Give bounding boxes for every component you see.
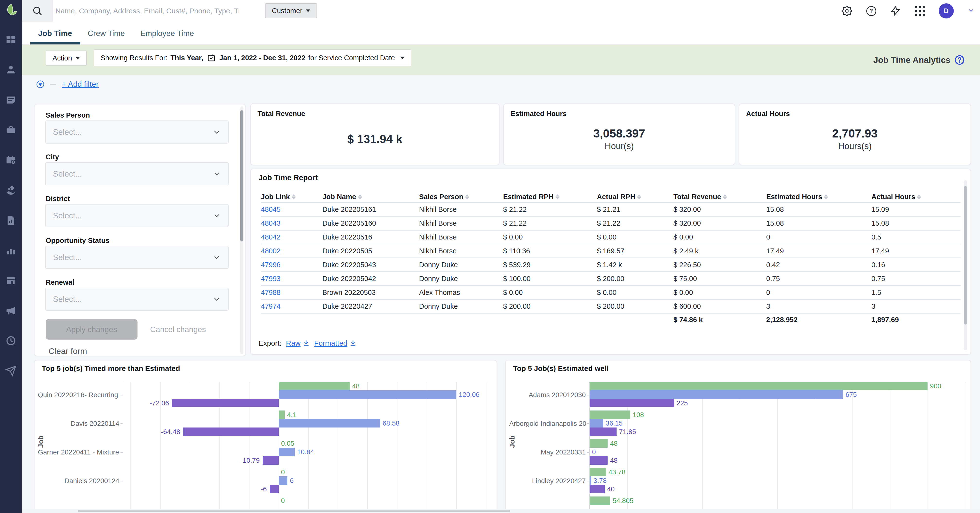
renewal-select[interactable]: Select... bbox=[45, 287, 229, 311]
sort-icon[interactable] bbox=[824, 194, 828, 199]
opportunity-status-select[interactable]: Select... bbox=[45, 246, 229, 269]
sales-person-select[interactable]: Select... bbox=[45, 121, 229, 143]
sort-icon[interactable] bbox=[637, 194, 641, 199]
date-range-selector[interactable]: Showing Results For: This Year, Jan 1, 2… bbox=[94, 49, 411, 66]
job-link[interactable]: 47993 bbox=[261, 275, 322, 283]
sort-icon[interactable] bbox=[723, 194, 727, 199]
analytics-icon[interactable] bbox=[5, 245, 16, 257]
action-menu-button[interactable]: Action bbox=[46, 51, 87, 65]
chart-estimated-well: Top 5 Job(s) Estimated well Job 90067522… bbox=[505, 360, 971, 513]
bar-value-label: 0.05 bbox=[281, 440, 294, 448]
jobs-icon[interactable] bbox=[5, 124, 16, 137]
sort-icon[interactable] bbox=[292, 194, 296, 199]
city-select[interactable]: Select... bbox=[45, 162, 229, 185]
gridline bbox=[777, 382, 778, 513]
add-filter-link[interactable]: + Add filter bbox=[62, 80, 99, 89]
kpi-value: 2,707.93 bbox=[832, 127, 878, 140]
search-input[interactable] bbox=[55, 0, 240, 22]
gridline bbox=[426, 382, 427, 513]
gridline bbox=[486, 382, 486, 513]
help-icon[interactable]: ? bbox=[866, 6, 877, 16]
search-scope-button[interactable]: Customer bbox=[265, 3, 317, 18]
apply-changes-button[interactable]: Apply changes bbox=[46, 319, 137, 340]
column-header[interactable]: Job Link bbox=[261, 193, 322, 201]
column-header[interactable]: Actual RPH bbox=[597, 193, 673, 201]
tab-crew-time[interactable]: Crew Time bbox=[80, 22, 133, 44]
results-range: Jan 1, 2022 - Dec 31, 2022 bbox=[220, 54, 305, 62]
time-icon[interactable] bbox=[5, 335, 16, 347]
store-icon[interactable] bbox=[5, 275, 16, 287]
bar-value-label: 0 bbox=[281, 468, 285, 476]
page-help-icon[interactable] bbox=[954, 55, 965, 65]
sort-icon[interactable] bbox=[358, 194, 362, 199]
job-link[interactable]: 48045 bbox=[261, 205, 322, 213]
bar-value-label: 36.15 bbox=[606, 419, 623, 427]
export-raw-link[interactable]: Raw bbox=[286, 339, 310, 347]
apps-grid-icon[interactable] bbox=[915, 6, 925, 16]
bar-series-1 bbox=[278, 419, 380, 427]
tab-employee-time[interactable]: Employee Time bbox=[133, 22, 202, 44]
user-avatar[interactable]: D bbox=[939, 3, 954, 19]
gridline bbox=[338, 382, 338, 513]
avatar-chevron-down-icon[interactable] bbox=[967, 7, 975, 15]
clear-form-button[interactable]: Clear form bbox=[49, 346, 87, 356]
table-scrollbar[interactable] bbox=[964, 180, 967, 350]
search-icon[interactable] bbox=[22, 0, 53, 22]
job-link[interactable]: 47996 bbox=[261, 261, 322, 269]
column-header[interactable]: Total Revenue bbox=[673, 193, 766, 201]
notes-icon[interactable] bbox=[5, 94, 16, 106]
column-header[interactable]: Actual Hours bbox=[872, 193, 961, 201]
download-icon bbox=[349, 340, 356, 347]
sort-icon[interactable] bbox=[465, 194, 469, 199]
results-prefix: Showing Results For: bbox=[100, 54, 168, 62]
axis-tick bbox=[121, 423, 123, 424]
job-link[interactable]: 47974 bbox=[261, 302, 322, 310]
gridline bbox=[853, 382, 853, 513]
district-select[interactable]: Select... bbox=[45, 204, 229, 227]
export-formatted-link[interactable]: Formatted bbox=[314, 339, 356, 347]
bar-series-2 bbox=[270, 485, 278, 493]
gridline bbox=[815, 382, 815, 513]
bar-value-label: 48 bbox=[352, 382, 360, 390]
dashboard-icon[interactable] bbox=[5, 34, 16, 46]
chart-title: Top 5 Job(s) Estimated well bbox=[513, 364, 609, 373]
column-header[interactable]: Estimated RPH bbox=[503, 193, 597, 201]
select-placeholder: Select... bbox=[53, 253, 82, 262]
tab-job-time[interactable]: Job Time bbox=[30, 22, 80, 44]
send-icon[interactable] bbox=[5, 365, 16, 378]
job-link[interactable]: 47988 bbox=[261, 289, 322, 297]
job-link[interactable]: 48042 bbox=[261, 233, 322, 241]
filter-panel-scrollbar[interactable] bbox=[240, 106, 243, 354]
app-logo-leaf-icon[interactable] bbox=[3, 3, 19, 19]
gridline bbox=[928, 382, 928, 513]
axis-tick bbox=[121, 395, 123, 395]
schedule-icon[interactable] bbox=[5, 154, 16, 167]
scope-label: Customer bbox=[272, 7, 302, 15]
job-link[interactable]: 48002 bbox=[261, 247, 322, 255]
column-header[interactable]: Job Name bbox=[322, 193, 419, 201]
cancel-changes-button[interactable]: Cancel changes bbox=[150, 319, 206, 340]
job-link[interactable]: 48043 bbox=[261, 219, 322, 227]
bar-series-1 bbox=[590, 390, 843, 399]
settings-gear-icon[interactable] bbox=[842, 6, 852, 16]
payments-icon[interactable] bbox=[5, 184, 16, 197]
horizontal-scrollbar[interactable] bbox=[22, 509, 980, 513]
column-header[interactable]: Sales Person bbox=[419, 193, 503, 201]
reports-icon[interactable] bbox=[5, 215, 16, 227]
filter-icon[interactable] bbox=[36, 80, 45, 89]
bar-value-label: 675 bbox=[845, 391, 857, 399]
sort-icon[interactable] bbox=[555, 194, 560, 199]
analytics-tabs: Job Time Crew Time Employee Time bbox=[22, 22, 980, 45]
bar-series-2 bbox=[590, 427, 617, 436]
bar-series-0 bbox=[278, 410, 285, 419]
column-header[interactable]: Estimated Hours bbox=[766, 193, 872, 201]
lightning-icon[interactable] bbox=[890, 6, 901, 16]
contacts-icon[interactable] bbox=[5, 64, 16, 76]
marketing-icon[interactable] bbox=[5, 305, 16, 317]
kpi-total-revenue: Total Revenue $ 131.94 k bbox=[250, 103, 500, 165]
chevron-down-icon bbox=[213, 211, 221, 220]
bar-value-label: 0 bbox=[281, 497, 285, 505]
gridline bbox=[456, 382, 457, 513]
job-time-analytics-page: Customer ? D Job Time Crew Time Employee… bbox=[0, 0, 980, 513]
sort-icon[interactable] bbox=[917, 194, 921, 199]
